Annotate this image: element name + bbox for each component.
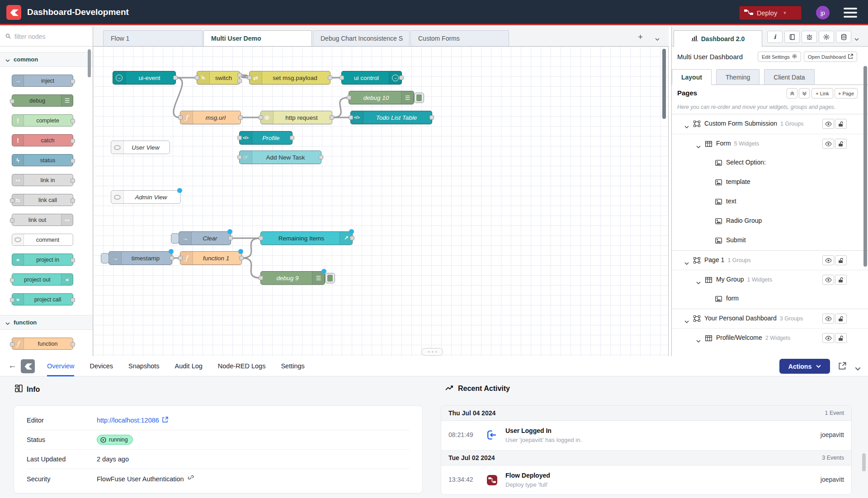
tab-theming[interactable]: Theming	[716, 69, 760, 85]
tree-row-widget[interactable]: form	[672, 289, 868, 309]
chevron-down-icon[interactable]	[684, 122, 689, 130]
output-port-2[interactable]	[237, 79, 242, 83]
flow-node-Todo-List-Table[interactable]: </>Todo List Table	[350, 111, 432, 124]
collapse-all-button[interactable]	[787, 88, 797, 99]
unlock-button[interactable]	[835, 275, 847, 285]
palette-node-inject[interactable]: →inject	[12, 75, 73, 87]
tree-row-page[interactable]: Custom Form Submission1 Groups	[672, 114, 868, 134]
flow-node-timestamp[interactable]: →timestamp	[108, 251, 172, 265]
flow-node-function-1[interactable]: ƒfunction 1	[180, 251, 242, 265]
visibility-button[interactable]	[822, 139, 834, 149]
chevron-down-icon[interactable]	[684, 258, 689, 267]
tab-snapshots[interactable]: Snapshots	[128, 356, 160, 376]
flow-node-Clear[interactable]: →Clear	[179, 231, 231, 245]
flow-node-Add-New-Task[interactable]: ☞Add New Task	[239, 150, 321, 164]
user-avatar[interactable]: jp	[816, 6, 830, 19]
visibility-button[interactable]	[822, 314, 834, 324]
input-port[interactable]	[349, 115, 353, 120]
input-port[interactable]	[195, 75, 199, 80]
tree-row-group[interactable]: My Group1 Widgets	[672, 270, 868, 289]
palette-node-debug[interactable]: ☰debug	[12, 94, 73, 107]
tree-row-widget[interactable]: text	[672, 192, 868, 211]
chevron-down-icon[interactable]	[684, 317, 689, 325]
tab-layout[interactable]: Layout	[672, 69, 712, 85]
debug-toggle-button[interactable]	[414, 93, 424, 103]
flow-node-debug-9[interactable]: ☰debug 9	[260, 271, 325, 285]
unlock-button[interactable]	[835, 333, 847, 343]
input-port[interactable]	[237, 155, 242, 160]
gear-icon[interactable]	[819, 31, 834, 43]
palette-node-catch[interactable]: !catch	[12, 134, 73, 146]
flow-canvas[interactable]: →ui-event⋄̸switch⇄set msg.payload→ui con…	[93, 47, 669, 356]
flow-node-Profile[interactable]: </>Profile	[239, 131, 292, 145]
output-port[interactable]	[429, 115, 434, 120]
flow-tab[interactable]: Debug Chart Inconsistence S	[313, 30, 410, 46]
input-port[interactable]	[178, 115, 183, 120]
flow-node-http-request[interactable]: ⊕http request	[260, 111, 332, 124]
output-port[interactable]	[228, 236, 233, 240]
instance-logo-icon[interactable]	[21, 359, 35, 373]
output-port-1[interactable]	[237, 73, 242, 77]
output-port[interactable]	[239, 256, 244, 260]
output-port[interactable]	[328, 75, 332, 80]
flow-node-msg.url[interactable]: ƒmsg.url	[180, 111, 241, 124]
flow-tab[interactable]: Flow 1	[103, 30, 203, 46]
deploy-button[interactable]: Deploy ▾	[739, 6, 802, 20]
tree-row-widget[interactable]: Radio Group	[672, 211, 868, 231]
bug-icon[interactable]	[802, 31, 817, 43]
unlock-button[interactable]	[835, 314, 847, 324]
flow-tab[interactable]: Multi User Demo	[203, 30, 312, 47]
panel-scrollbar[interactable]	[862, 453, 866, 471]
palette-node-project-out[interactable]: «project out	[12, 273, 73, 286]
inject-button[interactable]	[101, 253, 109, 263]
tab-node-red-logs[interactable]: Node-RED Logs	[218, 356, 266, 376]
input-port[interactable]	[340, 75, 344, 80]
unlock-button[interactable]	[835, 139, 847, 149]
canvas-vertical-scrollbar[interactable]	[662, 49, 666, 119]
flow-node-switch[interactable]: ⋄̸switch	[197, 71, 240, 85]
output-port[interactable]	[319, 155, 323, 160]
flow-tab[interactable]: Custom Forms	[410, 30, 509, 46]
flow-node-Admin-View[interactable]: Admin View	[111, 190, 181, 204]
add-link-button[interactable]: + Link	[811, 88, 833, 99]
actions-button[interactable]: Actions	[779, 359, 830, 374]
edit-settings-button[interactable]: Edit Settings	[758, 52, 801, 62]
open-editor-icon[interactable]	[839, 362, 846, 371]
panel-resize-handle[interactable]	[421, 348, 443, 356]
palette-node-complete[interactable]: !complete	[12, 114, 73, 127]
output-port[interactable]	[350, 236, 354, 240]
visibility-button[interactable]	[822, 255, 834, 265]
collapse-panel-icon[interactable]	[855, 364, 861, 372]
info-icon[interactable]: i	[767, 31, 783, 43]
palette-node-link-call[interactable]: ⇆link call	[12, 194, 73, 206]
tree-row-widget[interactable]: Submit	[672, 231, 868, 250]
add-page-button[interactable]: + Page	[835, 88, 858, 99]
flowfuse-logo-icon[interactable]	[6, 5, 21, 20]
palette-node-project-in[interactable]: «project in	[12, 254, 73, 266]
tab-client-data[interactable]: Client Data	[764, 69, 814, 85]
palette-node-link-in[interactable]: ↦link in	[12, 174, 73, 186]
tab-devices[interactable]: Devices	[90, 356, 113, 376]
unlock-button[interactable]	[835, 119, 847, 129]
output-port[interactable]	[290, 136, 294, 140]
inject-button[interactable]	[171, 233, 179, 244]
unlock-button[interactable]	[835, 255, 847, 265]
output-port[interactable]	[238, 115, 243, 120]
input-port[interactable]	[237, 136, 242, 140]
flow-node-User-View[interactable]: User View	[111, 141, 170, 154]
expand-all-button[interactable]	[799, 88, 810, 99]
tree-row-group[interactable]: Profile/Welcome2 Widgets	[672, 328, 868, 348]
chevron-down-icon[interactable]	[696, 142, 701, 150]
visibility-button[interactable]	[822, 275, 834, 285]
input-port[interactable]	[259, 276, 263, 280]
tab-dashboard-2[interactable]: Dashboard 2.0	[674, 30, 762, 47]
palette-node-status[interactable]: ϟstatus	[12, 154, 73, 166]
tree-row-page[interactable]: Your Personal Dashboard3 Groups	[672, 309, 868, 328]
output-port[interactable]	[399, 75, 404, 80]
visibility-button[interactable]	[822, 333, 834, 343]
palette-node-function[interactable]: ƒfunction	[12, 338, 73, 350]
palette-section-common[interactable]: common	[0, 52, 93, 67]
flow-node-ui-control[interactable]: →ui control	[341, 71, 402, 85]
activity-event-row[interactable]: 08:21:49User Logged InUser 'joepavitt' h…	[441, 421, 851, 451]
palette-scrollbar[interactable]	[88, 49, 91, 77]
